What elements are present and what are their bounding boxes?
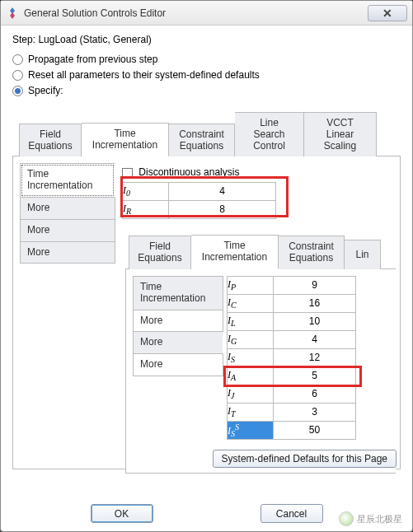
radio-propagate[interactable]: Propagate from previous step <box>12 54 401 65</box>
tab-inner-field-equations[interactable]: Field Equations <box>129 236 191 269</box>
param-row: IT3 <box>228 403 356 421</box>
tab-field-equations[interactable]: Field Equations <box>19 124 82 157</box>
tab-strip-outer: Field Equations Time Incrementation Cons… <box>12 111 401 156</box>
param-row: I04 <box>123 182 276 200</box>
vtab-more[interactable]: More <box>20 198 115 220</box>
param-row: IL10 <box>228 312 356 330</box>
tab-constraint-equations[interactable]: Constraint Equations <box>169 124 235 157</box>
param-name: IJ <box>228 385 274 403</box>
tab-inner-constraint-equations[interactable]: Constraint Equations <box>279 236 345 269</box>
param-value[interactable]: 3 <box>274 403 356 421</box>
footer-buttons: OK Cancel <box>1 504 412 523</box>
tab-vcct-linear-scaling[interactable]: VCCT Linear Scaling <box>304 112 377 156</box>
outer-right-panel: Discontinuous analysis I04IR8 <box>115 163 283 222</box>
param-name: IP <box>228 276 274 294</box>
step-row: Step: LugLoad (Static, General) <box>12 34 401 45</box>
param-name: I0 <box>123 182 169 200</box>
vtab-inner-time-inc[interactable]: Time Incrementation <box>133 276 223 310</box>
vtab-inner-more[interactable]: More <box>133 332 223 354</box>
tab-strip-inner: Field Equations Time Incrementation Cons… <box>125 234 396 269</box>
radio-propagate-label: Propagate from previous step <box>28 54 157 65</box>
vtab-more[interactable]: More <box>20 220 115 242</box>
radio-specify-label: Specify: <box>28 85 63 96</box>
step-value: LugLoad (Static, General) <box>38 34 151 45</box>
param-row: IJ6 <box>228 385 356 403</box>
param-table-top: I04IR8 <box>122 182 276 219</box>
param-name: IC <box>228 294 274 312</box>
radio-icon <box>12 70 23 81</box>
radio-specify[interactable]: Specify: <box>12 85 401 96</box>
system-defaults-button[interactable]: System-defined Defaults for this Page <box>213 450 397 468</box>
inner-dialog: Field Equations Time Incrementation Cons… <box>125 234 396 474</box>
param-value[interactable]: 9 <box>274 276 356 294</box>
discontinuous-row[interactable]: Discontinuous analysis <box>122 166 276 178</box>
ok-button[interactable]: OK <box>91 504 153 523</box>
radio-reset-label: Reset all parameters to their system-def… <box>28 69 260 81</box>
param-name: ISS <box>228 421 274 439</box>
param-name: IG <box>228 330 274 348</box>
param-value[interactable]: 4 <box>169 182 276 200</box>
tab-time-incrementation[interactable]: Time Incrementation <box>82 123 169 157</box>
param-name: IA <box>228 366 274 385</box>
vtab-strip-inner: Time Incrementation More More More <box>133 276 223 376</box>
dialog-body: Step: LugLoad (Static, General) Propagat… <box>1 26 412 531</box>
radio-icon <box>12 54 23 65</box>
titlebar: General Solution Controls Editor ✕ <box>1 1 412 26</box>
param-name: IL <box>228 312 274 330</box>
window: General Solution Controls Editor ✕ Step:… <box>0 0 413 532</box>
param-value[interactable]: 6 <box>274 385 356 403</box>
param-row: IP9 <box>228 276 356 294</box>
param-value[interactable]: 50 <box>274 421 356 439</box>
close-button[interactable]: ✕ <box>368 5 407 21</box>
step-label: Step: <box>12 34 35 45</box>
checkbox-icon <box>122 168 133 179</box>
discontinuous-label: Discontinuous analysis <box>138 166 239 178</box>
param-row: IR8 <box>123 200 276 218</box>
vtab-inner-more[interactable]: More <box>133 310 223 333</box>
param-value[interactable]: 16 <box>274 294 356 312</box>
tab-inner-time-incrementation[interactable]: Time Incrementation <box>191 235 279 269</box>
vtab-inner-more[interactable]: More <box>133 354 223 376</box>
param-value[interactable]: 12 <box>274 348 356 366</box>
inner-right-panel: IP9IC16IL10IG4IS12IA5IJ6IT3ISS50 <box>223 276 356 440</box>
param-row: IS12 <box>228 348 356 366</box>
vtab-strip-left: Time Incrementation More More More <box>20 163 115 264</box>
param-name: IR <box>123 200 169 218</box>
param-value[interactable]: 10 <box>274 312 356 330</box>
radio-reset[interactable]: Reset all parameters to their system-def… <box>12 69 401 81</box>
param-row: IG4 <box>228 330 356 348</box>
cancel-button[interactable]: Cancel <box>260 504 323 523</box>
param-name: IT <box>228 403 274 421</box>
param-row: IC16 <box>228 294 356 312</box>
param-table-inner: IP9IC16IL10IG4IS12IA5IJ6IT3ISS50 <box>227 276 356 440</box>
param-row: ISS50 <box>228 421 356 439</box>
tab-inner-partial[interactable]: Lin <box>345 240 381 269</box>
tab-line-search-control[interactable]: Line Search Control <box>235 112 304 156</box>
radio-icon <box>12 86 23 96</box>
param-name: IS <box>228 348 274 366</box>
param-value[interactable]: 8 <box>169 200 276 218</box>
window-title: General Solution Controls Editor <box>24 7 368 19</box>
tab-pane-inner: Time Incrementation More More More IP9IC… <box>125 269 396 474</box>
vtab-time-incrementation[interactable]: Time Incrementation <box>20 163 115 198</box>
param-row: IA5 <box>228 366 356 385</box>
vtab-more[interactable]: More <box>20 242 115 264</box>
param-value[interactable]: 4 <box>274 330 356 348</box>
tab-pane-outer: Time Incrementation More More More Disco… <box>12 156 401 469</box>
app-icon <box>6 7 19 20</box>
param-value[interactable]: 5 <box>274 366 356 385</box>
